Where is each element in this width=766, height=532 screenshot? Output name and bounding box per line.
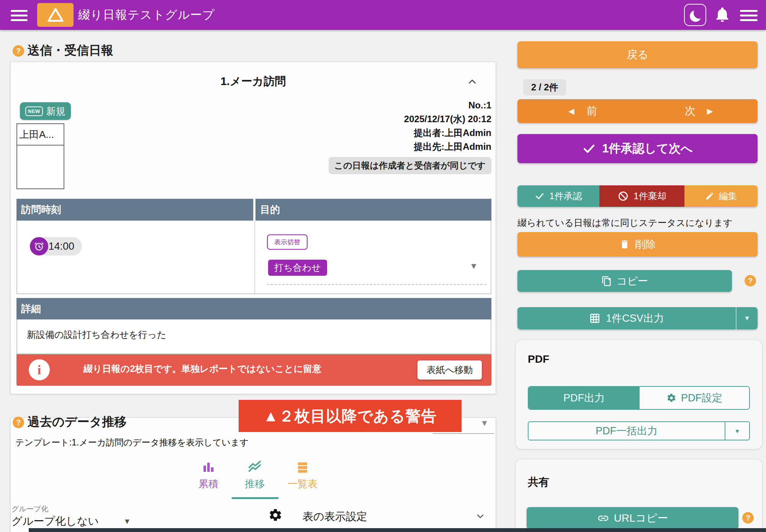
csv-export-main[interactable]: 1件CSV出力 <box>517 307 736 329</box>
overflow-menu-icon[interactable] <box>740 10 758 21</box>
prev-label[interactable]: 前 <box>586 99 597 123</box>
url-copy-button[interactable]: URLコピー <box>527 507 738 529</box>
notifications-button[interactable] <box>714 6 731 24</box>
pencil-icon <box>705 192 714 201</box>
pdf-card-title: PDF <box>528 353 549 365</box>
display-toggle-button[interactable]: 表示切替 <box>267 234 308 250</box>
dashed-divider <box>267 284 486 285</box>
gear-icon <box>268 508 283 522</box>
go-to-cover-button[interactable]: 表紙へ移動 <box>417 360 482 380</box>
next-arrow-icon[interactable]: ▶ <box>707 99 713 123</box>
approve-and-next-button[interactable]: 1件承認して次へ <box>517 134 758 163</box>
history-select-underline <box>433 433 494 434</box>
history-select-caret[interactable]: ▼ <box>480 418 489 428</box>
tab-label: 累積 <box>198 477 218 491</box>
triangle-logo-icon <box>47 7 64 23</box>
status-badge-new[interactable]: NEW 新規 <box>20 102 71 120</box>
csv-export-button[interactable]: 1件CSV出力 ▼ <box>517 307 758 329</box>
report-datetime: 2025/12/17(水) 20:12 <box>404 112 491 126</box>
reject-one-button[interactable]: 1件棄却 <box>599 185 684 207</box>
approver-name: 上田A... <box>17 124 64 146</box>
bottom-table-edge <box>29 528 766 532</box>
copy-button[interactable]: コピー <box>517 270 732 292</box>
copy-icon <box>601 276 612 286</box>
copy-label: コピー <box>617 274 648 288</box>
app-header: 綴り日報テストグループ <box>0 0 766 30</box>
app-root: 綴り日報テストグループ ? 送信・受信日報 1.メーカ訪問 NEW 新規 上田A… <box>0 0 766 532</box>
report-number: No.:1 <box>404 98 491 112</box>
action-segment-row: 1件承認 1件棄却 編集 <box>517 185 758 207</box>
trend-lines-icon <box>247 460 262 474</box>
next-label[interactable]: 次 <box>685 99 696 123</box>
collapse-button[interactable] <box>466 76 478 89</box>
purpose-dropdown-caret[interactable]: ▼ <box>470 261 478 271</box>
edit-button[interactable]: 編集 <box>684 185 758 207</box>
bundle-warning-text: 綴り日報の2枚目です。単独レポートではないことに留意 <box>83 363 321 375</box>
delete-button[interactable]: 削除 <box>517 232 758 257</box>
same-person-badge: この日報は作成者と受信者が同じです <box>329 157 491 174</box>
tab-list[interactable]: 一覧表 <box>278 460 327 491</box>
table-settings-button[interactable] <box>268 508 283 524</box>
pdf-settings-button[interactable]: PDF設定 <box>640 387 749 409</box>
prev-next-button[interactable]: ◀ 前 次 ▶ <box>517 99 758 123</box>
page-count-badge: 2 / 2件 <box>523 79 566 95</box>
pdf-bulk-label[interactable]: PDF一括出力 <box>529 422 725 440</box>
table-grid-icon <box>589 313 601 324</box>
prohibit-icon <box>617 190 629 202</box>
report-submitter: 提出者:上田Admin <box>404 126 491 140</box>
list-icon <box>296 460 309 474</box>
detail-text: 新設備の設計打ち合わせを行った <box>27 329 166 341</box>
annotation-warning: ▲２枚目以降である警告 <box>239 400 462 432</box>
dark-mode-button[interactable] <box>684 4 706 26</box>
bell-icon <box>714 6 731 24</box>
purpose-chip[interactable]: 打ち合わせ <box>268 260 327 276</box>
menu-hamburger-icon[interactable] <box>11 10 28 21</box>
app-title: 綴り日報テストグループ <box>78 0 215 30</box>
approve-one-label: 1件承認 <box>549 190 582 202</box>
chevron-up-icon <box>466 76 478 87</box>
report-table-body <box>16 221 491 294</box>
prev-arrow-icon[interactable]: ◀ <box>568 99 574 123</box>
table-settings-expand[interactable] <box>475 511 486 523</box>
tab-cumulative[interactable]: 累積 <box>183 460 233 491</box>
group-by-select[interactable]: グループ化しない <box>11 514 99 529</box>
pdf-export-button[interactable]: PDF出力 <box>529 387 640 409</box>
tab-label: 推移 <box>245 477 265 491</box>
column-header-visit-time: 訪問時刻 <box>16 199 254 221</box>
report-recipient: 提出先:上田Admin <box>404 140 491 154</box>
moon-icon <box>694 7 705 19</box>
approval-stamp-box: 上田A... <box>16 123 64 189</box>
app-logo[interactable] <box>37 3 74 27</box>
chevron-down-icon <box>475 511 486 522</box>
pdf-settings-label: PDF設定 <box>681 391 722 405</box>
check-icon <box>535 191 545 201</box>
history-title: 過去のデータ推移 <box>28 414 126 431</box>
url-copy-label: URLコピー <box>614 511 668 525</box>
report-meta: No.:1 2025/12/17(水) 20:12 提出者:上田Admin 提出… <box>404 98 491 154</box>
edit-label: 編集 <box>719 190 737 202</box>
help-icon-copy[interactable]: ? <box>745 275 756 286</box>
csv-dropdown-caret[interactable]: ▼ <box>737 307 758 329</box>
template-note: テンプレート:1.メーカ訪問のデータ推移を表示しています <box>15 437 249 449</box>
help-icon-history[interactable]: ? <box>13 417 24 428</box>
tab-label: 一覧表 <box>288 477 318 491</box>
tab-trend[interactable]: 推移 <box>230 460 280 491</box>
active-tab-underline <box>232 497 278 499</box>
delete-label: 削除 <box>635 237 656 251</box>
visit-time-field[interactable]: 14:00 <box>30 237 83 255</box>
help-icon[interactable]: ? <box>13 45 24 57</box>
approve-and-next-label: 1件承認して次へ <box>602 141 692 157</box>
help-icon-url[interactable]: ? <box>742 512 754 524</box>
alarm-clock-icon <box>30 237 48 255</box>
pdf-bulk-button[interactable]: PDF一括出力 ▼ <box>528 421 750 440</box>
check-icon <box>582 142 596 156</box>
new-badge-label: 新規 <box>46 105 65 118</box>
status-note: 綴られている日報は常に同じステータスになります <box>517 217 763 229</box>
reject-one-label: 1件棄却 <box>633 190 666 202</box>
share-card-title: 共有 <box>528 475 549 489</box>
pdf-bulk-caret[interactable]: ▼ <box>725 422 749 440</box>
approve-one-button[interactable]: 1件承認 <box>517 185 599 207</box>
group-by-caret[interactable]: ▼ <box>123 517 131 526</box>
info-icon: i <box>29 359 50 380</box>
back-button[interactable]: 戻る <box>517 41 758 68</box>
